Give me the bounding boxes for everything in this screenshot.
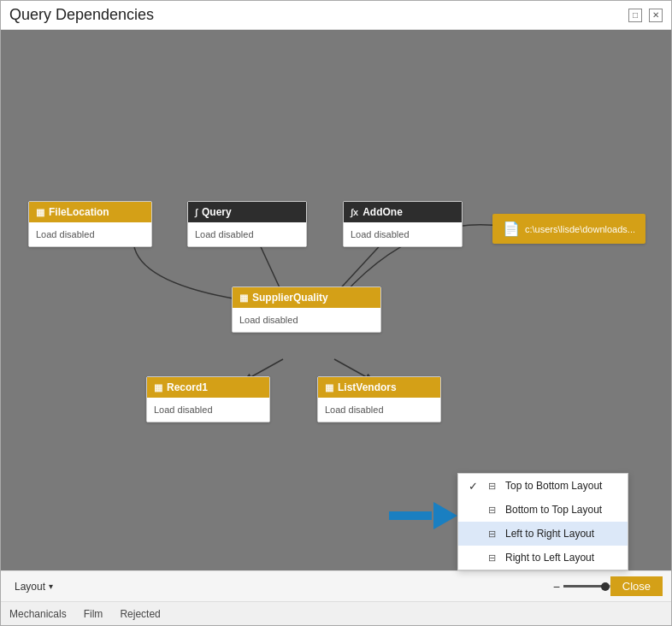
minimize-button[interactable]: □ [628,9,642,22]
layout-dropdown-menu: ✓ ⊟ Top to Bottom Layout ✓ ⊟ Bottom to T… [457,473,628,570]
close-button[interactable]: Close [610,576,663,596]
node-query-header: ∫ Query [188,202,306,222]
layout-button[interactable]: Layout ▾ [9,578,58,595]
menu-item-right-to-left[interactable]: ✓ ⊟ Right to Left Layout [458,546,628,570]
table-icon2: ▦ [239,292,248,304]
zoom-minus-button[interactable]: − [553,580,560,594]
layout-grid-icon: ⊟ [485,479,498,493]
node-record1-status: Load disabled [147,398,269,422]
menu-item-left-to-right-label: Left to Right Layout [505,528,594,540]
menu-item-left-to-right[interactable]: ✓ ⊟ Left to Right Layout [458,522,628,546]
node-query-status: Load disabled [188,222,306,246]
bottom-tabs: Mechanicals Film Rejected [1,601,671,625]
node-addone[interactable]: ∫x AddOne Load disabled [343,201,463,247]
tab-rejected[interactable]: Rejected [120,608,160,620]
layout-grid-icon4: ⊟ [485,551,498,564]
layout-label: Layout [15,581,45,593]
node-filelocation[interactable]: ▦ FileLocation Load disabled [28,201,152,247]
blue-arrow-indicator [389,502,457,533]
function-icon: ∫ [195,207,197,217]
tab-mechanicals[interactable]: Mechanicals [9,608,67,620]
layout-grid-icon2: ⊟ [485,503,498,517]
node-listvendors-header: ▦ ListVendors [318,377,440,398]
checkmark-icon: ✓ [469,480,478,493]
node-listvendors-status: Load disabled [318,398,440,422]
node-addone-status: Load disabled [344,222,462,246]
layout-grid-icon3: ⊟ [485,527,498,540]
bottom-toolbar: Layout ▾ − + ⊡ ✓ ⊟ Top to Bottom Layout … [1,570,671,601]
title-bar: Query Dependencies □ ✕ [1,1,671,30]
function-icon2: ∫x [351,207,358,217]
node-supplierquality[interactable]: ▦ SupplierQuality Load disabled [232,286,381,333]
node-supplierquality-header: ▦ SupplierQuality [233,287,380,308]
window-controls: □ ✕ [628,9,663,22]
node-record1-header: ▦ Record1 [147,377,269,398]
node-supplierquality-status: Load disabled [233,308,380,332]
window-title: Query Dependencies [9,6,154,24]
node-record1[interactable]: ▦ Record1 Load disabled [146,376,270,422]
node-listvendors[interactable]: ▦ ListVendors Load disabled [317,376,441,422]
node-filelocation-status: Load disabled [29,222,151,246]
menu-item-bottom-to-top[interactable]: ✓ ⊟ Bottom to Top Layout [458,498,628,522]
menu-item-top-to-bottom[interactable]: ✓ ⊟ Top to Bottom Layout [458,474,628,498]
menu-item-right-to-left-label: Right to Left Layout [505,552,594,564]
dropdown-icon: ▾ [49,582,53,591]
table-icon3: ▦ [154,382,162,393]
close-button[interactable]: ✕ [649,9,663,22]
tab-film[interactable]: Film [84,608,103,620]
file-icon: 📄 [503,221,520,237]
table-icon: ▦ [36,207,44,218]
node-addone-header: ∫x AddOne [344,202,462,222]
node-filepath[interactable]: 📄 c:\users\lisde\downloads... [492,214,645,244]
node-query[interactable]: ∫ Query Load disabled [187,201,307,247]
node-filelocation-header: ▦ FileLocation [29,202,151,222]
menu-item-top-to-bottom-label: Top to Bottom Layout [505,480,602,492]
table-icon4: ▦ [325,382,333,393]
menu-item-bottom-to-top-label: Bottom to Top Layout [505,504,602,516]
main-window: Query Dependencies □ ✕ [0,0,672,626]
